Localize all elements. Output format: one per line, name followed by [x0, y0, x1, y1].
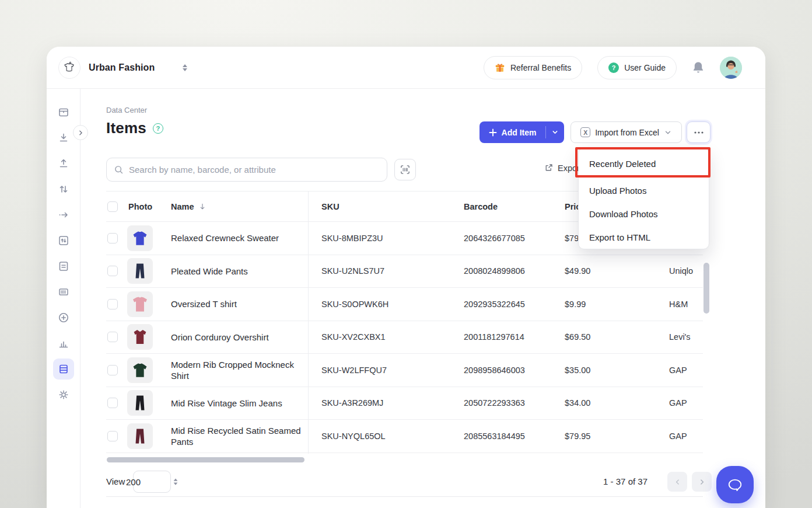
sidebar-item-documents[interactable] — [53, 256, 74, 277]
menu-item-recently-deleted[interactable]: Recently Deleted — [579, 148, 709, 179]
chat-bubble-icon — [726, 475, 744, 494]
export-button[interactable]: Export — [544, 163, 582, 173]
shirt-hanger-icon — [62, 60, 77, 75]
product-sku: SKU-XV2CXBX1 — [308, 332, 451, 342]
sidebar-collapse-button[interactable] — [73, 125, 88, 140]
sidebar-item-barcode[interactable] — [53, 281, 74, 302]
column-name[interactable]: Name — [169, 202, 308, 211]
table-row[interactable]: Mid Rise Recycled Satin Seamed PantsSKU-… — [106, 420, 703, 453]
horizontal-scrollbar[interactable] — [107, 457, 304, 462]
row-checkbox[interactable] — [107, 365, 118, 375]
page-size-select[interactable]: 200 — [133, 471, 171, 493]
table-row[interactable]: Mid Rise Vintage Slim JeansSKU-A3R269MJ2… — [106, 387, 703, 420]
import-from-excel-button[interactable]: X Import from Excel — [570, 121, 682, 143]
next-page-button[interactable] — [692, 472, 712, 492]
product-sku: SKU-8MBIPZ3U — [308, 234, 451, 243]
sidebar-item-data-center[interactable] — [53, 359, 74, 380]
more-actions-menu: Recently Deleted Upload Photos Download … — [578, 148, 709, 249]
menu-item-download-photos[interactable]: Download Photos — [579, 202, 709, 225]
product-price: $9.99 — [552, 300, 656, 309]
menu-item-export-to-html[interactable]: Export to HTML — [579, 225, 709, 249]
document-icon — [58, 260, 69, 272]
table-row[interactable]: Modern Rib Cropped Mockneck ShirtSKU-W2L… — [106, 354, 703, 387]
product-barcode: 2098958646003 — [451, 366, 552, 375]
gear-icon — [58, 389, 69, 401]
chevron-left-icon — [674, 478, 681, 486]
column-photo: Photo — [127, 202, 169, 211]
row-checkbox[interactable] — [107, 233, 118, 243]
select-all-checkbox[interactable] — [107, 201, 118, 212]
row-checkbox[interactable] — [107, 332, 118, 342]
table-row[interactable]: Orion Corduroy OvershirtSKU-XV2CXBX12001… — [106, 321, 703, 354]
product-sku: SKU-A3R269MJ — [308, 398, 451, 408]
notification-bell-icon[interactable] — [692, 61, 705, 75]
question-icon: ? — [608, 62, 619, 73]
row-checkbox[interactable] — [107, 299, 118, 309]
sidebar-item-packages[interactable] — [53, 102, 74, 123]
page-size-stepper-icon — [173, 478, 178, 485]
page-title: Items — [106, 119, 146, 137]
sidebar-item-analytics[interactable] — [53, 333, 74, 354]
store-logo[interactable] — [58, 57, 80, 79]
product-brand: GAP — [656, 366, 703, 375]
sort-box-icon — [58, 235, 69, 246]
referral-benefits-button[interactable]: Referral Benefits — [484, 56, 582, 79]
product-photo[interactable] — [127, 225, 153, 251]
sidebar-item-add[interactable] — [53, 307, 74, 328]
row-checkbox[interactable] — [107, 266, 118, 276]
sidebar-item-download[interactable] — [53, 127, 74, 148]
product-price: $49.90 — [552, 266, 656, 276]
product-price: $34.00 — [552, 398, 656, 408]
view-label: View — [106, 476, 125, 486]
sidebar-item-settings[interactable] — [53, 384, 74, 405]
vertical-scrollbar[interactable] — [704, 263, 709, 314]
product-barcode: 2050722293363 — [451, 398, 552, 408]
product-photo[interactable] — [127, 423, 153, 449]
product-brand: Levi's — [656, 332, 703, 342]
import-excel-label: Import from Excel — [595, 128, 659, 137]
app-window: Urban Fashion Referral Benefits ? User — [47, 47, 765, 508]
product-photo[interactable] — [127, 324, 153, 350]
product-photo[interactable] — [127, 291, 153, 317]
database-icon — [58, 363, 69, 375]
product-sku: SKU-W2LFFQU7 — [308, 366, 451, 375]
barcode-scan-button[interactable] — [394, 159, 416, 180]
product-barcode: 2001181297614 — [451, 332, 552, 342]
product-barcode: 2064326677085 — [451, 234, 552, 243]
product-price: $79.95 — [552, 432, 656, 441]
sidebar-item-upload[interactable] — [53, 153, 74, 174]
product-brand: H&M — [656, 300, 703, 309]
product-brand: Uniqlo — [656, 266, 703, 276]
menu-item-upload-photos[interactable]: Upload Photos — [579, 179, 709, 202]
table-row[interactable]: Pleated Wide PantsSKU-U2NLS7U72008024899… — [106, 255, 703, 288]
excel-icon: X — [580, 127, 590, 137]
table-row[interactable]: Oversized T shirtSKU-S0OPWK6H20929353226… — [106, 288, 703, 321]
user-avatar[interactable] — [720, 57, 742, 79]
store-switcher-icon[interactable] — [183, 64, 187, 71]
sidebar-item-transfer[interactable] — [53, 179, 74, 200]
product-photo[interactable] — [127, 258, 153, 284]
page-size-value: 200 — [126, 477, 141, 487]
sidebar-item-stock-adjust[interactable] — [53, 230, 74, 251]
search-bar — [106, 158, 387, 182]
help-icon[interactable]: ? — [153, 123, 163, 134]
search-input[interactable] — [129, 165, 380, 175]
store-name[interactable]: Urban Fashion — [89, 62, 155, 73]
add-item-button[interactable]: Add Item — [480, 121, 564, 143]
previous-page-button[interactable] — [667, 472, 687, 492]
more-actions-button[interactable] — [687, 121, 710, 143]
add-item-dropdown-toggle[interactable] — [546, 121, 564, 143]
chevron-right-icon — [78, 130, 84, 136]
user-guide-button[interactable]: ? User Guide — [597, 56, 677, 79]
chat-support-button[interactable] — [716, 466, 754, 503]
row-checkbox[interactable] — [107, 431, 118, 441]
export-icon — [544, 163, 554, 173]
package-icon — [58, 106, 69, 118]
bar-chart-icon — [58, 337, 69, 349]
sidebar-item-dispatch[interactable] — [53, 204, 74, 225]
row-checkbox[interactable] — [107, 398, 118, 408]
table-rows: Relaxed Crewneck SweaterSKU-8MBIPZ3U2064… — [106, 222, 703, 453]
product-photo[interactable] — [127, 390, 153, 416]
product-photo[interactable] — [127, 357, 153, 383]
product-name: Modern Rib Cropped Mockneck Shirt — [169, 359, 308, 381]
